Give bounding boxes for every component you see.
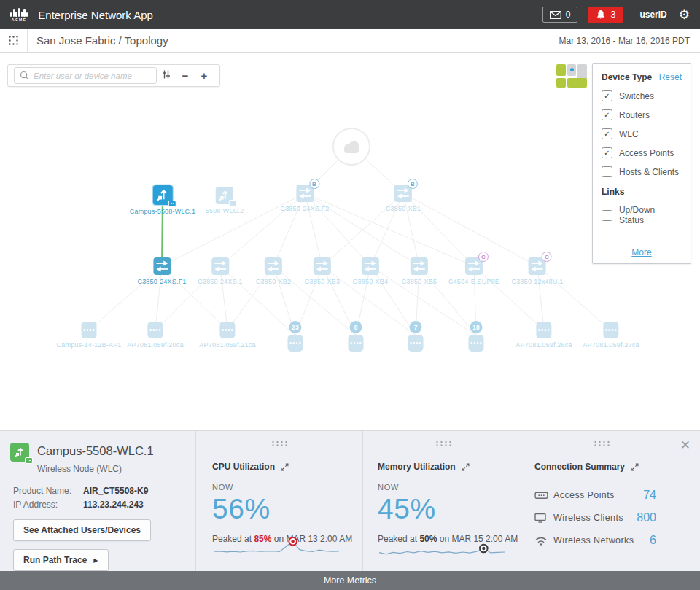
run-path-trace-button[interactable]: Run Path Trace ▶ [13,549,109,571]
close-icon[interactable]: ✕ [680,439,691,451]
topology-node-c4504-e-sup8e[interactable]: CC4504-E.SUP8E [448,257,499,285]
topology-node-c3850-12x48u-1[interactable]: CC3850-12x48U.1 [512,257,564,285]
topology-node-cluster-23[interactable]: 23 [288,321,303,352]
topology-node-cluster-7[interactable]: 7 [408,321,424,352]
access-point-icon [603,322,618,338]
play-icon: ▶ [93,557,98,564]
expand-icon[interactable] [631,463,639,471]
topology-node-ap7081-059f-21ca[interactable]: AP7081.059f.21ca [199,322,255,349]
date-range[interactable]: Mar 13, 2016 - Mar 16, 2016 PDT [559,36,690,46]
access-point-icon [536,322,551,338]
wlc-icon [216,187,233,204]
zoom-out-button[interactable]: − [176,69,195,82]
connection-row-label: Access Points [553,490,615,500]
switch-icon: C [529,257,546,275]
device-name: Campus-5508-WLC.1 [37,444,154,458]
topology-node-ap7081-059f-20ca[interactable]: AP7081.059f.20ca [127,322,183,349]
fabric-icon[interactable] [0,35,27,46]
filter-row-wlc[interactable]: ✓WLC [602,128,682,139]
alerts-button[interactable]: 3 [588,7,623,23]
topology-node-c3850-xb4[interactable]: C3850-XB4 [353,257,388,285]
topology-node-c3850-24xs-f2[interactable]: BC3850-24XS.F2 [280,185,329,212]
switch-icon [265,257,282,275]
connection-row-value[interactable]: 800 [637,511,656,524]
expand-icon[interactable] [281,463,289,471]
settings-gear-icon[interactable]: ⚙ [679,7,690,22]
user-menu[interactable]: userID [639,9,666,20]
topology-node-c3850-xb3[interactable]: C3850-XB3 [305,257,340,285]
checkbox-routers[interactable]: ✓ [602,109,612,120]
filter-row-switches[interactable]: ✓Switches [602,90,682,101]
memory-sparkline-chart [378,534,506,562]
see-attached-users-devices-button[interactable]: See Attached Users/Devices [13,519,151,541]
more-metrics-bar[interactable]: More Metrics [0,571,700,590]
topology-node-ap7081-059f-26ca[interactable]: AP7081.059f.26ca [516,322,572,349]
minimap-widget[interactable] [556,63,589,91]
filter-label: Up/Down Status [619,205,682,225]
filter-row-hosts-clients[interactable]: Hosts & Clients [602,166,682,177]
acme-logo[interactable]: ACME [10,7,28,22]
topology-node-c3850-xb2[interactable]: C3850-XB2 [256,257,291,285]
zoom-in-button[interactable]: + [195,69,214,82]
badge-C: C [542,252,552,262]
node-label: Campus-14-12B-AP1 [57,341,122,349]
topology-node-c3850-24xs-f1[interactable]: C3850-24XS.F1 [137,257,186,285]
topology-node-campus-5508-wlc-1[interactable]: Campus-5508-WLC.1 [130,185,195,215]
topology-node-cluster-8[interactable]: 8 [349,321,364,352]
memory-now-value: 45% [363,493,524,525]
topology-node-campus-14-12b-ap1[interactable]: Campus-14-12B-AP1 [57,322,122,349]
filter-row-routers[interactable]: ✓Routers [602,109,682,120]
checkbox-switches[interactable]: ✓ [602,90,612,101]
cluster-count-badge: 7 [410,321,422,333]
switch-icon [411,257,428,275]
filter-row-up-down-status[interactable]: Up/Down Status [602,205,682,225]
expand-icon[interactable] [462,463,470,471]
search-input[interactable] [34,71,151,80]
connection-row-value[interactable]: 6 [650,534,656,547]
badge-B: B [408,179,418,189]
device-type-filter-panel: Device Type Reset ✓Switches✓Routers✓WLC✓… [592,63,691,264]
filter-sliders-icon[interactable] [157,69,176,82]
topology-node-5508-wlc-2[interactable]: 5508-WLC.2 [206,187,244,214]
checkbox-up-down-status[interactable] [602,210,612,221]
topology-node-c3850-xb1[interactable]: BC3850-XB1 [386,185,421,212]
filter-row-access-points[interactable]: ✓Access Points [602,147,682,158]
checkbox-hosts-clients[interactable] [602,166,612,177]
memory-utilization-card: Memory Utilization NOW 45% Peaked at 50%… [362,431,524,571]
filter-label: Access Points [619,148,674,158]
reset-link[interactable]: Reset [659,72,682,82]
more-link[interactable]: More [631,247,651,257]
cpu-card-title: CPU Utilization [212,462,275,472]
device-info-section: Campus-5508-WLC.1 Wireless Node (WLC) Pr… [0,431,195,571]
cloud-node[interactable] [332,128,370,166]
topology-node-c3850-24xs-1[interactable]: C3850-24XS.1 [198,257,242,285]
app-title: Enterprise Network App [38,9,153,21]
topology-node-cluster-18[interactable]: 18 [469,321,484,352]
breadcrumb: San Jose Fabric / Topology [36,34,168,47]
node-label: AP7081.059f.20ca [127,341,183,349]
switch-icon: B [394,185,412,202]
node-label: C3850-XB5 [402,278,437,285]
topology-node-c3850-xb5[interactable]: C3850-XB5 [402,257,437,285]
messages-button[interactable]: 0 [542,7,578,23]
topology-node-ap7081-059f-27ca[interactable]: AP7081.059f.27ca [583,322,639,349]
connection-row-value[interactable]: 74 [643,489,656,502]
badge-C: C [478,252,489,262]
product-name-label: Product Name: [13,486,83,496]
node-label: C3850-XB3 [305,278,340,285]
checkbox-wlc[interactable]: ✓ [602,128,612,139]
node-label: C3850-12x48U.1 [512,278,564,285]
bell-icon [596,9,605,20]
node-label: C3850-XB2 [256,278,291,285]
drag-handle-icon[interactable] [435,440,452,446]
drag-handle-icon[interactable] [271,440,288,446]
filter-label: Switches [619,91,654,101]
switch-icon: B [296,185,314,202]
drag-handle-icon[interactable] [594,440,610,446]
access-point-icon [408,335,424,352]
connection-row-label: Wireless Networks [553,535,634,546]
connection-summary-title: Connection Summary [534,462,625,472]
checkbox-access-points[interactable]: ✓ [602,147,612,158]
memory-card-title: Memory Utilization [378,462,456,472]
switch-icon [153,257,171,275]
